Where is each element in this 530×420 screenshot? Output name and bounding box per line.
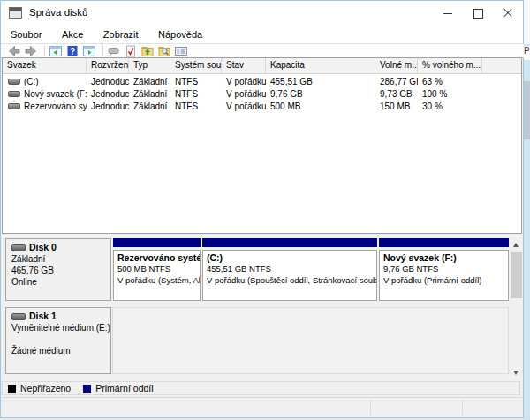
cell-volne: 286,77 GB	[375, 76, 418, 88]
column-header-system[interactable]: Systém sou...	[170, 58, 222, 73]
disk1-info-box[interactable]: Disk 1 Vyměnitelné médium (E:) Žádné méd…	[5, 307, 111, 374]
window-title: Správa disků	[29, 7, 87, 18]
table-row[interactable]: Rezervováno systé... Jednoduchý Základní…	[3, 101, 521, 113]
properties-icon[interactable]	[174, 45, 188, 57]
minimize-button[interactable]	[433, 1, 463, 26]
status-bar	[2, 397, 522, 417]
column-header-volne[interactable]: Volné m...	[375, 58, 418, 73]
cell-svazek: (C:)	[24, 77, 39, 86]
menu-napoveda[interactable]: Nápověda	[150, 26, 210, 44]
disk0-size: 465,76 GB	[11, 265, 110, 276]
disk-graphic-pane: Disk 0 Základní 465,76 GB Online Rezervo…	[2, 235, 522, 381]
column-header-rozvrzeni[interactable]: Rozvržení	[87, 58, 129, 73]
table-row[interactable]: (C:) Jednoduchý Základní NTFS V pořádku.…	[3, 76, 521, 88]
cell-typ: Základní	[129, 76, 170, 88]
background-window-content	[524, 81, 530, 139]
maximize-icon	[473, 9, 483, 19]
volume-list-header: Svazek Rozvržení Typ Systém sou... Stav …	[3, 58, 521, 74]
cell-volne: 150 MB	[375, 101, 418, 113]
cell-stav: V pořádku...	[222, 101, 266, 113]
disk0-type: Základní	[11, 253, 110, 265]
cell-system: NTFS	[170, 76, 222, 88]
column-header-kapacita[interactable]: Kapacita	[266, 58, 375, 73]
column-header-svazek[interactable]: Svazek	[3, 58, 87, 73]
cell-procent: 30 %	[418, 101, 482, 113]
menu-akce[interactable]: Akce	[54, 26, 91, 44]
volume-list-pane: Svazek Rozvržení Typ Systém sou... Stav …	[2, 57, 522, 234]
partition-label: (C:)	[207, 252, 376, 263]
folder-search-icon[interactable]	[157, 45, 171, 57]
check-document-icon[interactable]	[124, 45, 138, 57]
desktop: Správa disků Soubor Akce Zobrazit Nápově…	[0, 0, 530, 420]
volume-icon	[8, 91, 20, 97]
popup-window-icon[interactable]	[107, 45, 121, 57]
help-icon[interactable]: ?	[65, 45, 80, 57]
disk-management-window: Správa disků Soubor Akce Zobrazit Nápově…	[0, 0, 524, 418]
column-header-procent[interactable]: % volného m...	[418, 58, 482, 73]
disk-icon	[11, 244, 26, 251]
chevron-up-icon	[513, 243, 519, 247]
status-separator	[462, 401, 463, 416]
app-icon	[9, 7, 22, 19]
disk1-status: Žádné médium	[11, 345, 110, 356]
chevron-down-icon	[513, 371, 519, 375]
console-tree-icon[interactable]	[49, 45, 63, 57]
toolbar-separator	[44, 46, 45, 56]
cell-typ: Základní	[129, 101, 170, 113]
disk0-status: Online	[11, 276, 110, 288]
scroll-down-button[interactable]	[511, 366, 522, 379]
titlebar[interactable]: Správa disků	[1, 1, 523, 26]
column-header-typ[interactable]: Typ	[129, 58, 170, 73]
cell-rozvrzeni: Jednoduchý	[87, 76, 129, 88]
folder-up-icon[interactable]	[140, 45, 155, 57]
legend-primary-partition: Primární oddíl	[83, 383, 153, 394]
menu-zobrazit[interactable]: Zobrazit	[95, 26, 147, 44]
partition-label: Rezervováno systém	[117, 252, 200, 263]
background-window-text: P	[524, 46, 530, 60]
disk-pane-scrollbar[interactable]	[511, 238, 522, 379]
scroll-up-button[interactable]	[511, 238, 522, 251]
cell-volne: 9,73 GB	[375, 88, 418, 101]
primary-partition-swatch	[83, 385, 91, 393]
spacer	[11, 334, 110, 345]
cell-system: NTFS	[170, 88, 222, 101]
maximize-button[interactable]	[463, 1, 493, 26]
partition-system-reserved[interactable]: Rezervováno systém 500 MB NTFS V pořádku…	[113, 238, 201, 301]
partition-size: 455,51 GB NTFS	[207, 263, 376, 274]
disk0-name: Disk 0	[29, 242, 57, 252]
volume-icon	[8, 103, 20, 109]
disk0-info-box[interactable]: Disk 0 Základní 465,76 GB Online	[5, 238, 111, 301]
column-header-stav[interactable]: Stav	[222, 58, 266, 73]
status-separator	[370, 401, 371, 416]
menu-soubor[interactable]: Soubor	[3, 26, 49, 44]
cell-svazek: Rezervováno systé...	[24, 101, 87, 111]
svg-text:?: ?	[70, 47, 75, 56]
primary-partition-bar	[113, 238, 201, 247]
background-window-titlebar	[524, 0, 530, 44]
disk1-name: Disk 1	[29, 311, 57, 321]
forward-icon[interactable]	[24, 45, 38, 57]
disk1-empty-region[interactable]	[112, 307, 509, 374]
partition-c[interactable]: (C:) 455,51 GB NTFS V pořádku (Spouštěcí…	[202, 238, 377, 301]
legend-label: Nepřiřazeno	[20, 383, 71, 394]
partition-f[interactable]: Nový svazek (F:) 9,76 GB NTFS V pořádku …	[379, 238, 509, 301]
close-button[interactable]	[493, 1, 523, 26]
cell-procent: 63 %	[418, 76, 482, 88]
table-row[interactable]: Nový svazek (F:) Jednoduchý Základní NTF…	[3, 88, 521, 101]
volume-icon	[8, 79, 20, 85]
cell-kapacita: 9,76 GB	[266, 88, 375, 101]
cell-stav: V pořádku...	[222, 76, 266, 88]
partition-status: V pořádku (Primární oddíl)	[383, 274, 508, 286]
toolbar-separator	[102, 46, 103, 56]
cell-typ: Základní	[129, 88, 170, 101]
background-window: P	[524, 0, 530, 420]
cell-procent: 100 %	[418, 88, 482, 101]
cell-kapacita: 500 MB	[266, 101, 375, 113]
cell-rozvrzeni: Jednoduchý	[87, 101, 129, 113]
primary-partition-bar	[379, 238, 509, 247]
back-icon[interactable]	[7, 45, 21, 57]
scrollbar-thumb[interactable]	[511, 252, 522, 298]
action-pane-icon[interactable]	[82, 45, 96, 57]
legend-unallocated: Nepřiřazeno	[8, 383, 71, 394]
primary-partition-bar	[202, 238, 377, 247]
